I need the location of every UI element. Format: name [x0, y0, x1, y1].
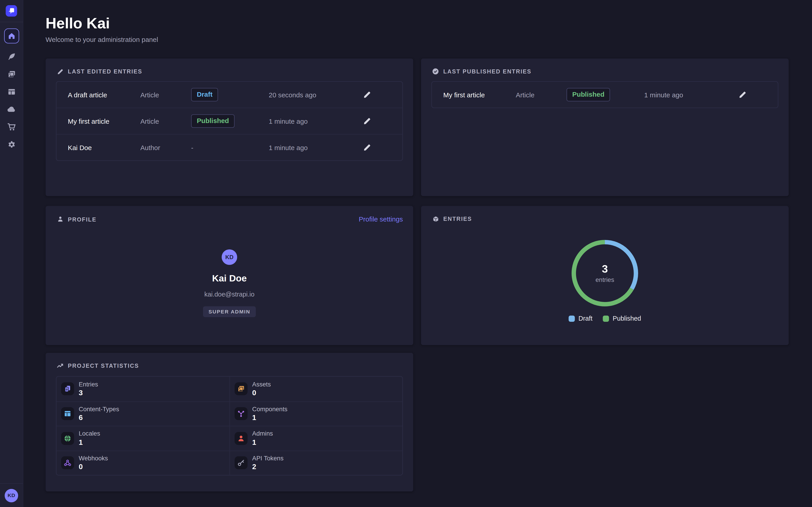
profile-avatar: KD — [222, 249, 237, 265]
page-title: Hello Kai — [46, 15, 158, 31]
entry-name: My first article — [443, 91, 516, 99]
entries-count-label: entries — [596, 276, 614, 283]
stat-label: Webhooks — [79, 455, 108, 462]
sidebar-item-marketplace[interactable] — [7, 122, 16, 131]
stat-value: 3 — [79, 389, 98, 397]
page-header: Hello Kai Welcome to your administration… — [46, 15, 158, 44]
table-row: My first article Article Published 1 min… — [56, 108, 402, 134]
stat-webhooks: Webhooks 0 — [56, 450, 230, 475]
edit-entry-button[interactable] — [739, 91, 747, 99]
layout-icon — [61, 407, 74, 420]
strapi-logo-icon — [6, 5, 17, 17]
legend-label: Published — [613, 315, 641, 322]
sidebar-footer: KD — [0, 483, 23, 507]
user-icon — [235, 432, 247, 445]
sidebar-item-content-type-builder[interactable] — [7, 87, 16, 96]
last-edited-entries-card: LAST EDITED ENTRIES A draft article Arti… — [46, 58, 413, 196]
entries-count: 3 — [602, 263, 608, 274]
home-icon — [7, 32, 15, 40]
stat-locales: Locales 1 — [56, 426, 230, 450]
entry-time: 20 seconds ago — [269, 91, 352, 99]
strapi-logo[interactable] — [6, 5, 17, 17]
profile-name: Kai Doe — [212, 273, 247, 284]
media-library-icon — [7, 70, 16, 78]
sidebar-item-media-library[interactable] — [7, 69, 16, 79]
profile-settings-link[interactable]: Profile settings — [359, 215, 403, 223]
published-swatch — [603, 316, 609, 322]
draft-swatch — [569, 316, 575, 322]
profile-email: kai.doe@strapi.io — [204, 291, 254, 298]
entry-type: Author — [140, 144, 191, 151]
stat-components: Components 1 — [230, 401, 402, 426]
entry-name: A draft article — [68, 91, 140, 99]
project-statistics-card: PROJECT STATISTICS Entries 3 — [46, 353, 413, 492]
chart-legend: Draft Published — [421, 315, 789, 322]
stat-value: 1 — [252, 414, 287, 422]
page-subtitle: Welcome to your administration panel — [46, 36, 158, 44]
documents-icon — [61, 382, 74, 395]
content-manager-feather-icon — [7, 52, 16, 61]
donut-center: 3 entries — [569, 237, 641, 309]
legend-label: Draft — [578, 315, 593, 322]
entry-status: - — [191, 144, 269, 151]
entries-donut-chart: 3 entries — [569, 237, 641, 309]
entry-type: Article — [516, 91, 567, 99]
card-header: ENTRIES — [421, 206, 789, 222]
person-icon — [56, 215, 64, 223]
components-icon — [235, 407, 247, 420]
stat-assets: Assets 0 — [230, 377, 402, 401]
marketplace-cart-icon — [7, 122, 16, 131]
sidebar-item-home[interactable] — [4, 29, 19, 44]
card-header: LAST PUBLISHED ENTRIES — [421, 58, 789, 75]
status-badge: Published — [567, 88, 610, 101]
edit-entry-button[interactable] — [363, 143, 371, 152]
stat-label: Entries — [79, 381, 98, 388]
stat-label: Components — [252, 406, 287, 413]
settings-gear-icon — [7, 140, 16, 149]
pencil-icon — [56, 68, 64, 75]
entry-type: Article — [140, 91, 191, 99]
admin-dashboard: KD Hello Kai Welcome to your administrat… — [0, 0, 812, 507]
entry-time: 1 minute ago — [269, 144, 352, 151]
entry-type: Article — [140, 117, 191, 125]
stat-content-types: Content-Types 6 — [56, 401, 230, 426]
sidebar-logo-section — [0, 0, 23, 22]
stat-value: 0 — [79, 463, 108, 471]
main-content: Hello Kai Welcome to your administration… — [23, 0, 812, 507]
table-row: My first article Article Published 1 min… — [432, 82, 778, 108]
card-title: PROJECT STATISTICS — [68, 362, 139, 369]
stat-value: 1 — [252, 439, 273, 446]
key-icon — [235, 456, 247, 469]
edit-entry-button[interactable] — [363, 117, 371, 125]
card-title: ENTRIES — [443, 216, 472, 222]
profile-body: KD Kai Doe kai.doe@strapi.io SUPER ADMIN — [46, 249, 413, 317]
stat-label: Assets — [252, 381, 271, 388]
stat-label: Content-Types — [79, 406, 119, 413]
card-header: PROFILE Profile settings — [46, 206, 413, 223]
entry-time: 1 minute ago — [269, 117, 352, 125]
card-header: LAST EDITED ENTRIES — [46, 58, 413, 75]
edit-entry-button[interactable] — [363, 91, 371, 99]
entry-name: Kai Doe — [68, 144, 140, 151]
table-row: A draft article Article Draft 20 seconds… — [56, 82, 402, 108]
stats-grid: Entries 3 Assets — [56, 376, 403, 475]
sidebar-item-deploy[interactable] — [7, 105, 16, 114]
entry-status: Published — [567, 88, 644, 101]
entry-time: 1 minute ago — [644, 91, 727, 99]
stat-api-tokens: API Tokens 2 — [230, 450, 402, 475]
check-circle-icon — [432, 68, 439, 75]
stat-value: 2 — [252, 463, 284, 471]
entries-chart-card: ENTRIES 3 entries Draft P — [421, 206, 789, 345]
globe-icon — [61, 432, 74, 445]
entry-status: Draft — [191, 88, 269, 101]
user-avatar[interactable]: KD — [5, 489, 18, 502]
stat-label: API Tokens — [252, 455, 284, 462]
sidebar-item-settings[interactable] — [7, 140, 16, 149]
entry-status: Published — [191, 114, 269, 128]
sidebar: KD — [0, 0, 23, 507]
sidebar-item-content-manager[interactable] — [7, 52, 16, 61]
table-row: Kai Doe Author - 1 minute ago — [56, 134, 402, 160]
last-published-entries-card: LAST PUBLISHED ENTRIES My first article … — [421, 58, 789, 196]
card-title: LAST PUBLISHED ENTRIES — [443, 68, 531, 74]
last-edited-table: A draft article Article Draft 20 seconds… — [56, 81, 403, 161]
